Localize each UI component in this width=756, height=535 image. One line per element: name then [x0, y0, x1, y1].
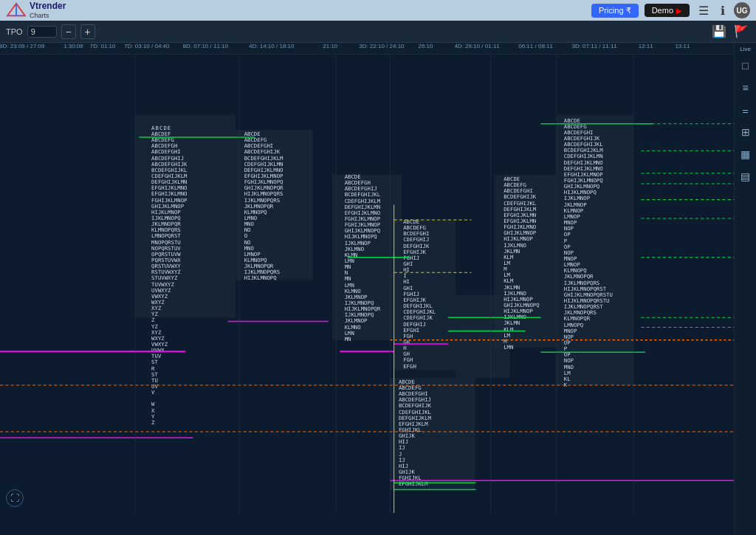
save-icon[interactable]: 💾: [710, 23, 728, 40]
right-panel-table-icon[interactable]: ▤: [737, 168, 755, 185]
chart-toolbar: TPO 9 − + 💾 🚩: [0, 21, 756, 43]
time-label-5: 4D: 14:10 / 18:10: [249, 43, 294, 49]
right-panel-grid-icon2[interactable]: ▦: [737, 145, 755, 163]
right-panel-square-icon[interactable]: □: [737, 57, 755, 75]
user-avatar[interactable]: UG: [734, 2, 750, 18]
chart-canvas[interactable]: © 2024 Vtrender ABCDE ABCDEF ABCDEFG: [0, 55, 734, 513]
svg-text:EFGH: EFGH: [403, 363, 416, 370]
pricing-button[interactable]: Pricing ₹: [591, 4, 639, 18]
demo-label: Demo: [652, 6, 673, 15]
time-axis: 8D: 23:09 / 27:09 1:30:08 7D: 01:10 7D: …: [0, 43, 734, 55]
tpo-decrease-button[interactable]: −: [61, 24, 76, 39]
time-label-3: 7D: 03:10 / 04:40: [124, 43, 169, 49]
time-label-8: 26:10: [419, 43, 433, 49]
menu-icon-button[interactable]: ☰: [695, 2, 712, 19]
svg-rect-4: [135, 114, 236, 317]
youtube-icon: ▶: [676, 7, 682, 15]
time-label-13: 13:11: [675, 43, 690, 49]
time-label-10: 06:11 / 08:11: [518, 43, 553, 49]
svg-text:LMN: LMN: [504, 344, 513, 351]
svg-text:V: V: [151, 389, 155, 396]
chart-svg: ABCDE ABCDEF ABCDEFG ABCDEFGH ABCDEFGHI …: [0, 55, 734, 513]
time-label-7: 3D: 22:10 / 24:10: [359, 43, 404, 49]
tpo-increase-button[interactable]: +: [80, 24, 95, 39]
svg-text:MN: MN: [345, 336, 351, 342]
logo-subtitle: Charts: [30, 12, 66, 19]
flag-icon[interactable]: 🚩: [732, 23, 750, 40]
top-navigation: Vtrender Charts Pricing ₹ Demo ▶ ☰ ℹ UG: [0, 0, 756, 21]
chart-area: 8D: 23:09 / 27:09 1:30:08 7D: 01:10 7D: …: [0, 43, 734, 535]
time-label-2: 7D: 01:10: [90, 43, 116, 49]
tpo-label: TPO: [6, 27, 23, 36]
time-label-0: 8D: 23:09 / 27:09: [0, 43, 45, 49]
main-area: 8D: 23:09 / 27:09 1:30:08 7D: 01:10 7D: …: [0, 43, 756, 535]
fullscreen-button[interactable]: ⛶: [6, 489, 24, 507]
right-panel-lines-icon2[interactable]: ⚌: [737, 101, 755, 119]
time-label-6: 21:10: [323, 43, 337, 49]
right-panel: Live □ ≡ ⚌ ⊞ ▦ ▤: [734, 43, 756, 535]
time-label-12: 12:11: [639, 43, 653, 49]
time-label-1: 1:30:08: [63, 43, 83, 49]
time-label-4: 8D: 07:10 / 11:10: [183, 43, 228, 49]
time-label-9: 4D: 28:10 / 01:11: [454, 43, 499, 49]
demo-button[interactable]: Demo ▶: [645, 4, 690, 17]
logo-icon: [6, 2, 27, 18]
right-panel-grid-icon1[interactable]: ⊞: [737, 123, 755, 141]
logo-area: Vtrender Charts: [6, 1, 66, 18]
time-label-11: 3D: 07:11 / 11:11: [571, 43, 616, 49]
info-icon-button[interactable]: ℹ: [718, 2, 728, 19]
right-panel-lines-icon1[interactable]: ≡: [737, 79, 755, 97]
svg-text:HIJKLMNOPQ: HIJKLMNOPQ: [244, 275, 277, 282]
tpo-value-input[interactable]: 9: [27, 26, 57, 38]
logo-name: Vtrender: [30, 1, 66, 11]
live-label: Live: [740, 46, 751, 52]
svg-text:Z: Z: [151, 419, 155, 426]
svg-text:EFGHIJKLM: EFGHIJKLM: [399, 480, 428, 487]
